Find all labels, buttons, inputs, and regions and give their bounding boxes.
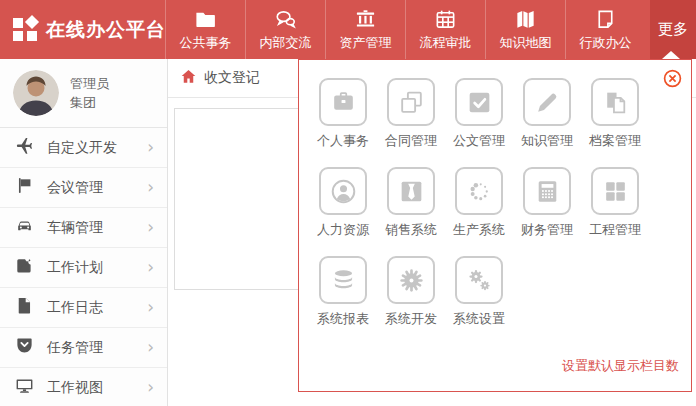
sidebar-item-work-log[interactable]: 工作日志 › [0,288,167,328]
nav-item-internal-communication[interactable]: 内部交流 [245,0,325,59]
sidebar-item-custom-development[interactable]: 自定义开发 › [0,128,167,168]
check-square-icon [455,78,503,126]
cog-burst-icon [387,256,435,304]
chevron-right-icon: › [147,379,154,396]
app-tile-project-management[interactable]: 工程管理 [581,167,649,238]
nav-item-process-approval[interactable]: 流程审批 [405,0,485,59]
chat-icon [274,8,297,31]
briefcase-icon [319,78,367,126]
app-tile-finance-management[interactable]: 财务管理 [513,167,581,238]
home-icon [180,68,197,89]
user-org: 集团 [70,93,109,112]
chevron-right-icon: › [147,259,154,276]
person-circle-icon [319,167,367,215]
app-tile-knowledge-management[interactable]: 知识管理 [513,78,581,149]
map-icon [514,8,537,31]
flag-icon [15,176,34,199]
app-tile-official-document-management[interactable]: 公文管理 [445,78,513,149]
calculator-icon [523,167,571,215]
database-icon [319,256,367,304]
sidebar-item-work-plan[interactable]: 工作计划 › [0,248,167,288]
app-tile-grid: 个人事务 合同管理 公文管理 知识管理 档案管理 人力资源 销售系统 生产系 [299,60,691,327]
tie-icon [387,167,435,215]
nav-item-public-affairs[interactable]: 公共事务 [165,0,245,59]
edit-square-icon [15,256,34,279]
file-icon [15,296,34,319]
app-logo[interactable]: 在线办公平台 [0,0,165,59]
user-name: 管理员 [70,74,109,93]
close-icon[interactable] [663,69,682,88]
chevron-right-icon: › [147,339,154,356]
sidebar-item-meeting-management[interactable]: 会议管理 › [0,168,167,208]
pocket-icon [15,336,34,359]
app-tile-system-reports[interactable]: 系统报表 [309,256,377,327]
nav-item-admin-office[interactable]: 行政办公 [565,0,645,59]
user-panel: 管理员 集团 [0,59,167,128]
car-icon [15,216,34,239]
app-tile-archives-management[interactable]: 档案管理 [581,78,649,149]
chevron-right-icon: › [147,219,154,236]
chevron-right-icon: › [147,179,154,196]
nav-item-knowledge-map[interactable]: 知识地图 [485,0,565,59]
spinner-dots-icon [455,167,503,215]
sidebar: 管理员 集团 自定义开发 › 会议管理 › 车辆管理 › 工作计划 › 工作日志… [0,59,168,406]
monitor-icon [15,376,34,399]
chevron-right-icon: › [147,139,154,156]
copy-icon [387,78,435,126]
app-tile-personal-affairs[interactable]: 个人事务 [309,78,377,149]
document-icon [594,8,617,31]
pages-icon [591,78,639,126]
set-default-columns-link[interactable]: 设置默认显示栏目数 [562,357,679,375]
four-squares-icon [591,167,639,215]
app-tile-sales-system[interactable]: 销售系统 [377,167,445,238]
sidebar-menu: 自定义开发 › 会议管理 › 车辆管理 › 工作计划 › 工作日志 › 任务管理… [0,128,167,406]
gears-icon [455,256,503,304]
more-apps-popup: 个人事务 合同管理 公文管理 知识管理 档案管理 人力资源 销售系统 生产系 [298,59,692,392]
pencil-icon [523,78,571,126]
top-nav: 在线办公平台 公共事务 内部交流 资产管理 流程审批 知识地图 行政办公 更多 [0,0,696,59]
app-tile-system-development[interactable]: 系统开发 [377,256,445,327]
popup-pointer-icon [662,51,680,59]
folder-icon [194,8,217,31]
tab-incoming-document-registration[interactable]: 收文登记 [204,69,260,87]
app-title: 在线办公平台 [46,17,166,43]
plane-icon [15,136,34,159]
nav-item-asset-management[interactable]: 资产管理 [325,0,405,59]
calendar-icon [434,8,457,31]
avatar[interactable] [13,70,59,116]
brand-squares-icon [13,17,38,42]
app-tile-human-resources[interactable]: 人力资源 [309,167,377,238]
sidebar-item-work-view[interactable]: 工作视图 › [0,368,167,406]
bank-icon [354,8,377,31]
app-tile-production-system[interactable]: 生产系统 [445,167,513,238]
sidebar-item-vehicle-management[interactable]: 车辆管理 › [0,208,167,248]
chevron-right-icon: › [147,299,154,316]
main-menu: 公共事务 内部交流 资产管理 流程审批 知识地图 行政办公 [165,0,645,59]
sidebar-item-task-management[interactable]: 任务管理 › [0,328,167,368]
app-tile-contract-management[interactable]: 合同管理 [377,78,445,149]
app-tile-system-settings[interactable]: 系统设置 [445,256,513,327]
